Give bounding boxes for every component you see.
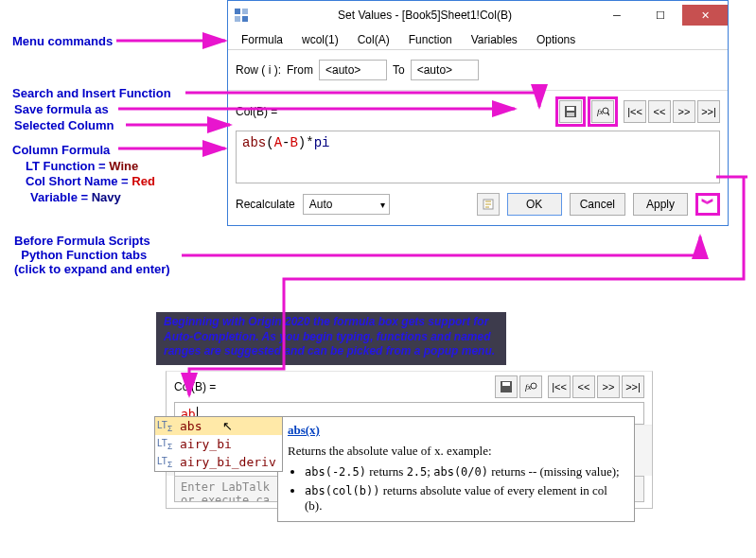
fn-icon: LTΣ — [157, 420, 176, 433]
recalc-select[interactable]: Auto ▾ — [303, 194, 390, 215]
minimize-button[interactable]: ─ — [595, 5, 639, 26]
apply-button[interactable]: Apply — [633, 193, 688, 216]
selected-column-label: Col(B) = — [236, 105, 277, 118]
menu-function[interactable]: Function — [399, 31, 462, 48]
svg-rect-6 — [567, 113, 574, 116]
svg-point-14 — [531, 383, 536, 389]
autocomplete-popup: LTΣ abs ↖ LTΣ airy_bi LTΣ airy_bi_deriv — [154, 416, 283, 472]
tooltip-bullet-2: abs(col(b)) returns absolute value of ev… — [305, 483, 624, 514]
maximize-button[interactable]: ☐ — [639, 5, 682, 26]
annot-var: Variable = Navy — [30, 190, 121, 204]
lw-save-button[interactable] — [495, 375, 518, 398]
fn-icon: LTΣ — [157, 438, 176, 451]
annot-menu: Menu commands — [12, 34, 113, 48]
function-tooltip: abs(x) Returns the absolute value of x. … — [277, 416, 635, 522]
menu-options[interactable]: Options — [527, 31, 585, 48]
titlebar[interactable]: Set Values - [Book5]Sheet1!Col(B) ─ ☐ ✕ — [228, 1, 728, 29]
lw-nav-first[interactable]: |<< — [548, 375, 571, 398]
svg-rect-5 — [567, 107, 574, 111]
lw-search-button[interactable]: fx — [519, 375, 542, 398]
formula-input[interactable]: abs(A-B)*pi — [236, 131, 720, 183]
ok-button[interactable]: OK — [507, 193, 562, 216]
row-label: Row ( i ): — [236, 63, 281, 77]
nav-next-button[interactable]: >> — [673, 100, 695, 123]
expand-scripts-button[interactable]: ︾ — [695, 193, 720, 216]
nav-first-button[interactable]: |<< — [624, 100, 646, 123]
menubar: Formula wcol(1) Col(A) Function Variable… — [228, 29, 728, 50]
svg-rect-12 — [502, 382, 510, 386]
app-icon — [228, 1, 255, 29]
menu-formula[interactable]: Formula — [232, 31, 292, 48]
search-function-button[interactable]: fx — [591, 100, 614, 123]
to-label: To — [393, 63, 405, 77]
row-range-area: Row ( i ): From <auto> To <auto> — [228, 50, 728, 91]
menu-colA[interactable]: Col(A) — [348, 31, 399, 48]
svg-rect-3 — [242, 16, 248, 22]
set-values-dialog: Set Values - [Book5]Sheet1!Col(B) ─ ☐ ✕ … — [227, 0, 729, 226]
close-button[interactable]: ✕ — [682, 5, 728, 26]
save-formula-button[interactable] — [559, 100, 582, 123]
suggestion-abs[interactable]: LTΣ abs ↖ — [155, 417, 282, 435]
lw-nav-next[interactable]: >> — [597, 375, 620, 398]
nav-last-button[interactable]: >>| — [697, 100, 720, 123]
nav-prev-button[interactable]: << — [648, 100, 671, 123]
tooltip-bullet-1: abs(-2.5) returns 2.5; abs(0/0) returns … — [305, 464, 624, 480]
annot-selcol: Selected Column — [14, 118, 114, 132]
annot-search: Search and Insert Function — [12, 86, 171, 100]
lw-selcol: Col(B) = — [174, 380, 216, 393]
lw-nav-last[interactable]: >>| — [622, 375, 644, 398]
search-function-highlight: fx — [588, 96, 618, 127]
recalc-label: Recalculate — [236, 198, 295, 211]
annot-scripts: Before Formula Scripts Python Function t… — [14, 234, 170, 276]
lw-nav-prev[interactable]: << — [572, 375, 595, 398]
script-icon-button[interactable] — [477, 193, 500, 216]
annot-short: Col Short Name = Red — [26, 174, 155, 188]
window-title: Set Values - [Book5]Sheet1!Col(B) — [255, 9, 595, 22]
row-to-input[interactable]: <auto> — [411, 60, 479, 80]
chevron-down-icon: ▾ — [380, 200, 385, 210]
row-from-input[interactable]: <auto> — [319, 60, 387, 80]
menu-variables[interactable]: Variables — [462, 31, 527, 48]
blurb-text: Beginning with Origin 2020 the formula b… — [156, 312, 506, 365]
cancel-button[interactable]: Cancel — [570, 193, 625, 216]
fn-icon: LTΣ — [157, 456, 176, 469]
menu-wcol1[interactable]: wcol(1) — [292, 31, 348, 48]
svg-rect-1 — [242, 9, 248, 14]
cursor-icon: ↖ — [222, 419, 233, 433]
annot-colformula: Column Formula — [12, 143, 110, 157]
svg-rect-2 — [235, 16, 240, 22]
svg-line-9 — [607, 113, 609, 115]
suggestion-airy-bi-deriv[interactable]: LTΣ airy_bi_deriv — [155, 453, 282, 471]
tooltip-head: abs(x) — [288, 423, 624, 438]
annot-lt: LT Function = Wine — [26, 159, 138, 173]
from-label: From — [287, 63, 313, 77]
svg-rect-0 — [235, 9, 240, 14]
annot-save: Save formula as — [14, 102, 109, 116]
save-formula-highlight — [555, 96, 586, 127]
svg-text:fx: fx — [597, 107, 604, 116]
tooltip-desc: Returns the absolute value of x. example… — [288, 444, 624, 459]
suggestion-airy-bi[interactable]: LTΣ airy_bi — [155, 435, 282, 453]
svg-text:fx: fx — [525, 382, 532, 392]
